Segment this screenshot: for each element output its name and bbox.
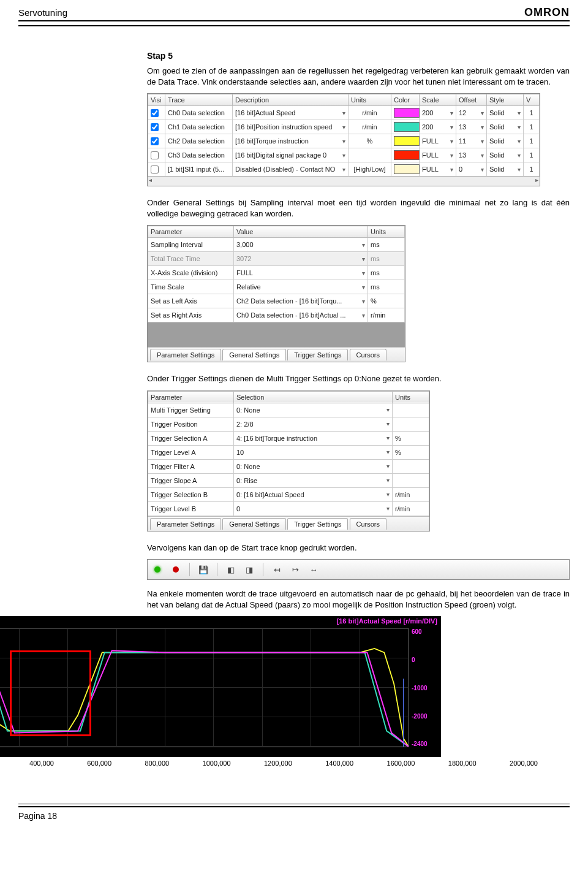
tab2-cursors[interactable]: Cursors [350,518,387,530]
table-row[interactable]: Set as Right AxisCh0 Data selection - [1… [148,308,405,322]
scale-cell[interactable]: FULL▾ [420,162,456,177]
value-cell[interactable]: 3072▾ [234,252,368,266]
table-row[interactable]: [1 bit]SI1 input (5...Disabled (Disabled… [148,162,540,177]
color-cell[interactable] [391,162,420,177]
desc-cell[interactable]: [16 bit]Position instruction speed▾ [233,120,349,134]
table-row[interactable]: Ch3 Data selection[16 bit]Digital signal… [148,148,540,162]
tab-trigger-settings[interactable]: Trigger Settings [287,349,348,360]
table-row[interactable]: X-Axis Scale (division)FULL▾ms [148,266,405,280]
value-cell[interactable]: Ch2 Data selection - [16 bit]Torqu...▾ [234,294,368,308]
col-desc[interactable]: Description [233,94,349,106]
desc-cell[interactable]: [16 bit]Torque instruction▾ [233,134,349,148]
value-cell[interactable]: 3,000▾ [234,238,368,252]
desc-cell[interactable]: [16 bit]Actual Speed▾ [233,106,349,120]
gs-param[interactable]: Parameter [148,226,234,238]
sel-cell[interactable]: 2: 2/8▾ [234,417,393,431]
chart-plot-area[interactable] [0,628,409,747]
tab2-trigger-settings[interactable]: Trigger Settings [287,518,348,530]
tab-param-settings[interactable]: Parameter Settings [150,349,221,360]
color-cell[interactable] [391,120,420,134]
sel-cell[interactable]: 4: [16 bit]Torque instruction▾ [234,431,393,445]
stop-trace-button[interactable] [170,563,182,576]
table-row[interactable]: Ch1 Data selection[16 bit]Position instr… [148,120,540,134]
horizontal-scrollbar[interactable] [148,177,540,186]
scale-cell[interactable]: 200▾ [420,120,456,134]
tab2-general-settings[interactable]: General Settings [222,518,286,530]
col-style[interactable]: Style [487,94,524,106]
col-offset[interactable]: Offset [456,94,487,106]
table-row[interactable]: Multi Trigger Setting0: None▾ [148,403,429,417]
ts-sel[interactable]: Selection [234,391,393,403]
color-cell[interactable] [391,134,420,148]
visi-checkbox[interactable] [148,148,165,162]
sel-cell[interactable]: 0: Rise▾ [234,473,393,487]
sel-cell[interactable]: 0▾ [234,501,393,516]
units-cell: r/min [393,501,429,516]
col-color[interactable]: Color [391,94,420,106]
sel-cell[interactable]: 0: None▾ [234,459,393,473]
table-row[interactable]: Total Trace Time3072▾ms [148,252,405,266]
table-row[interactable]: Ch0 Data selection[16 bit]Actual Speed▾r… [148,106,540,120]
offset-cell[interactable]: 13▾ [456,120,487,134]
color-cell[interactable] [391,148,420,162]
sel-cell[interactable]: 0: [16 bit]Actual Speed▾ [234,487,393,501]
tool-b-icon[interactable]: ◨ [243,563,255,576]
save-button[interactable]: 💾 [197,563,209,576]
tool-a-icon[interactable]: ◧ [225,563,237,576]
col-scale[interactable]: Scale [420,94,456,106]
style-cell[interactable]: Solid▾ [487,134,524,148]
v-cell: 1 [524,134,540,148]
cursor-right-icon[interactable]: ↦ [289,563,301,576]
value-cell[interactable]: Relative▾ [234,280,368,294]
table-row[interactable]: Sampling Interval3,000▾ms [148,238,405,252]
visi-checkbox[interactable] [148,134,165,148]
value-cell[interactable]: Ch0 Data selection - [16 bit]Actual ...▾ [234,308,368,322]
scale-cell[interactable]: 200▾ [420,106,456,120]
desc-cell[interactable]: Disabled (Disabled) - Contact NO▾ [233,162,349,177]
col-trace[interactable]: Trace [165,94,233,106]
offset-cell[interactable]: 12▾ [456,106,487,120]
ts-param[interactable]: Parameter [148,391,234,403]
visi-checkbox[interactable] [148,120,165,134]
sel-cell[interactable]: 10▾ [234,445,393,459]
table-row[interactable]: Trigger Selection B0: [16 bit]Actual Spe… [148,487,429,501]
value-cell[interactable]: FULL▾ [234,266,368,280]
tab-general-settings[interactable]: General Settings [222,349,286,360]
scale-cell[interactable]: FULL▾ [420,148,456,162]
offset-cell[interactable]: 11▾ [456,134,487,148]
style-cell[interactable]: Solid▾ [487,162,524,177]
style-cell[interactable]: Solid▾ [487,120,524,134]
col-visi[interactable]: Visi [148,94,165,106]
table-row[interactable]: Trigger Filter A0: None▾ [148,459,429,473]
col-units[interactable]: Units [349,94,391,106]
style-cell[interactable]: Solid▾ [487,148,524,162]
table-row[interactable]: Trigger Selection A4: [16 bit]Torque ins… [148,431,429,445]
ts-units[interactable]: Units [393,391,429,403]
start-trace-button[interactable] [151,563,164,576]
table-row[interactable]: Trigger Level B0▾r/min [148,501,429,516]
tab-cursors[interactable]: Cursors [350,349,387,360]
table-row[interactable]: Ch2 Data selection[16 bit]Torque instruc… [148,134,540,148]
table-row[interactable]: Set as Left AxisCh2 Data selection - [16… [148,294,405,308]
gs-value[interactable]: Value [234,226,368,238]
cursor-both-icon[interactable]: ↔ [307,563,320,576]
sel-cell[interactable]: 0: None▾ [234,403,393,417]
table-row[interactable]: Time ScaleRelative▾ms [148,280,405,294]
table-row[interactable]: Trigger Position2: 2/8▾ [148,417,429,431]
param-cell: Set as Right Axis [148,308,234,322]
table-row[interactable]: Trigger Level A10▾% [148,445,429,459]
gs-units[interactable]: Units [368,226,405,238]
col-v[interactable]: V [524,94,540,106]
cursor-left-icon[interactable]: ↤ [271,563,283,576]
tab2-param-settings[interactable]: Parameter Settings [150,518,221,530]
offset-cell[interactable]: 0▾ [456,162,487,177]
chart-cursor-right[interactable] [403,679,404,747]
color-cell[interactable] [391,106,420,120]
offset-cell[interactable]: 13▾ [456,148,487,162]
scale-cell[interactable]: FULL▾ [420,134,456,148]
visi-checkbox[interactable] [148,106,165,120]
table-row[interactable]: Trigger Slope A0: Rise▾ [148,473,429,487]
style-cell[interactable]: Solid▾ [487,106,524,120]
desc-cell[interactable]: [16 bit]Digital signal package 0▾ [233,148,349,162]
visi-checkbox[interactable] [148,162,165,177]
